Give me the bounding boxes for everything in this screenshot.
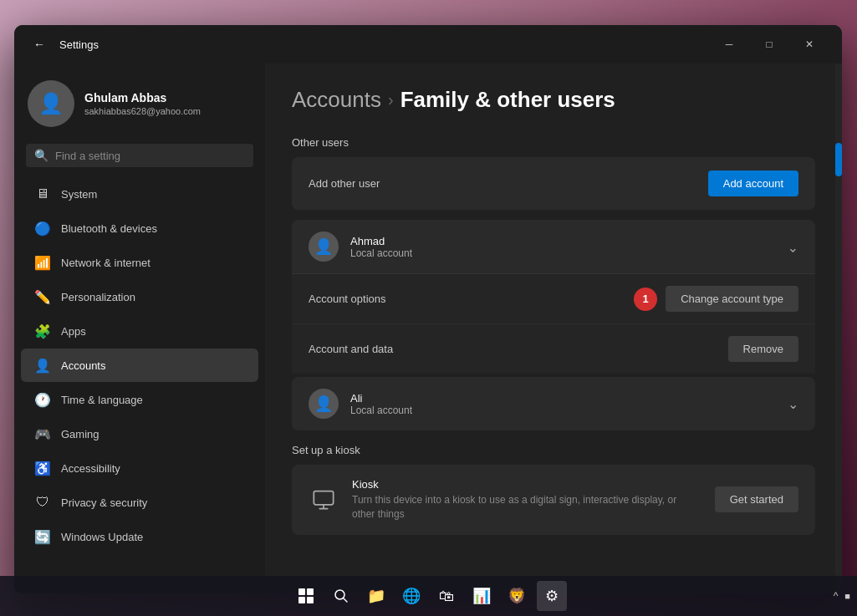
maximize-icon: □ bbox=[766, 38, 772, 50]
time-icon: 🕐 bbox=[34, 391, 51, 408]
windows-update-icon: 🔄 bbox=[34, 528, 51, 545]
user-avatar-icon-ahmad: 👤 bbox=[314, 237, 333, 256]
sidebar-item-label-bluetooth: Bluetooth & devices bbox=[61, 222, 157, 235]
system-icon: 🖥 bbox=[34, 186, 51, 202]
user-avatar-ali: 👤 bbox=[309, 389, 339, 419]
taskbar-media-button[interactable]: 📊 bbox=[467, 581, 497, 611]
user-name: Ghulam Abbas bbox=[84, 91, 201, 104]
sidebar-item-time[interactable]: 🕐 Time & language bbox=[21, 383, 258, 416]
user-entry-expanded-ahmad: Account options 1 Change account type Ac… bbox=[292, 273, 815, 374]
taskbar-right: ^ ■ bbox=[834, 590, 850, 602]
taskbar-settings-button[interactable]: ⚙ bbox=[537, 581, 567, 611]
back-button[interactable]: ← bbox=[28, 33, 51, 56]
sidebar-item-privacy[interactable]: 🛡 Privacy & security bbox=[21, 486, 258, 519]
kiosk-icon bbox=[309, 485, 339, 515]
apps-icon: 🧩 bbox=[34, 323, 51, 339]
taskbar-search-button[interactable] bbox=[326, 581, 356, 611]
user-entry-header-ali[interactable]: 👤 Ali Local account ⌄ bbox=[292, 377, 815, 430]
sidebar-item-system[interactable]: 🖥 System bbox=[21, 177, 258, 211]
breadcrumb-separator: › bbox=[388, 90, 394, 109]
kiosk-description: Turn this device into a kiosk to use as … bbox=[352, 493, 701, 522]
breadcrumb: Accounts › Family & other users bbox=[292, 87, 815, 113]
add-account-button[interactable]: Add account bbox=[708, 171, 798, 196]
sidebar-item-windows-update[interactable]: 🔄 Windows Update bbox=[21, 520, 258, 553]
sidebar-item-label-privacy: Privacy & security bbox=[61, 496, 147, 509]
sidebar-item-apps[interactable]: 🧩 Apps bbox=[21, 314, 258, 348]
taskbar-edge-button[interactable]: 🌐 bbox=[396, 581, 426, 611]
user-entry-ahmad: 👤 Ahmad Local account ⌃ Account options bbox=[292, 220, 815, 374]
window-title: Settings bbox=[59, 38, 99, 51]
kiosk-section-title: Set up a kiosk bbox=[292, 444, 815, 456]
breadcrumb-parent[interactable]: Accounts bbox=[292, 87, 381, 113]
get-started-button[interactable]: Get started bbox=[715, 486, 798, 512]
minimize-button[interactable]: ─ bbox=[710, 31, 748, 58]
user-entry-name-ahmad: Ahmad bbox=[350, 235, 776, 247]
user-entry-type-ahmad: Local account bbox=[350, 247, 776, 259]
chevron-down-icon-ali: ⌄ bbox=[788, 396, 798, 412]
back-icon: ← bbox=[33, 38, 45, 51]
nav-list: 🖥 System 🔵 Bluetooth & devices 📶 Network… bbox=[14, 177, 265, 553]
user-entry-header-ahmad[interactable]: 👤 Ahmad Local account ⌃ bbox=[292, 220, 815, 273]
privacy-icon: 🛡 bbox=[34, 494, 51, 511]
sidebar-item-label-system: System bbox=[61, 188, 97, 201]
taskbar-store-button[interactable]: 🛍 bbox=[431, 581, 462, 611]
sidebar-item-label-network: Network & internet bbox=[61, 257, 150, 269]
maximize-button[interactable]: □ bbox=[750, 31, 788, 58]
minimize-icon: ─ bbox=[726, 38, 733, 50]
bluetooth-icon: 🔵 bbox=[34, 220, 51, 237]
accounts-icon: 👤 bbox=[34, 357, 51, 374]
sidebar-item-label-personalization: Personalization bbox=[61, 291, 135, 303]
user-email: sakhiabbas628@yahoo.com bbox=[84, 106, 201, 116]
scrollbar-track bbox=[835, 64, 842, 593]
close-icon: ✕ bbox=[805, 38, 814, 50]
chevron-up-icon-ahmad: ⌃ bbox=[788, 239, 798, 255]
avatar: 👤 bbox=[28, 80, 74, 127]
svg-point-5 bbox=[335, 590, 344, 599]
taskbar-brave-button[interactable]: 🦁 bbox=[502, 581, 532, 611]
change-account-area: 1 Change account type bbox=[634, 286, 798, 312]
personalization-icon: ✏️ bbox=[34, 288, 51, 305]
gaming-icon: 🎮 bbox=[34, 425, 51, 442]
taskbar-chevron[interactable]: ^ bbox=[834, 590, 839, 602]
settings-window: ← Settings ─ □ ✕ 👤 Ghula bbox=[14, 25, 842, 593]
taskbar: 📁 🌐 🛍 📊 🦁 ⚙ ^ ■ bbox=[0, 576, 857, 616]
titlebar-controls: ─ □ ✕ bbox=[710, 31, 829, 58]
sidebar-item-gaming[interactable]: 🎮 Gaming bbox=[21, 417, 258, 451]
account-data-row: Account and data Remove bbox=[292, 324, 815, 374]
user-entry-info-ali: Ali Local account bbox=[350, 392, 776, 416]
svg-rect-1 bbox=[298, 588, 305, 595]
sidebar-item-network[interactable]: 📶 Network & internet bbox=[21, 246, 258, 279]
user-avatar-ahmad: 👤 bbox=[309, 232, 339, 262]
sidebar-item-label-apps: Apps bbox=[61, 325, 86, 338]
add-user-label: Add other user bbox=[309, 177, 380, 190]
sidebar-item-label-gaming: Gaming bbox=[61, 428, 99, 440]
content-area: 👤 Ghulam Abbas sakhiabbas628@yahoo.com 🔍… bbox=[14, 64, 842, 593]
avatar-icon: 👤 bbox=[38, 92, 64, 115]
sidebar-item-accessibility[interactable]: ♿ Accessibility bbox=[21, 451, 258, 485]
taskbar-center: 📁 🌐 🛍 📊 🦁 ⚙ bbox=[291, 581, 567, 611]
add-user-row: Add other user Add account bbox=[292, 157, 815, 210]
kiosk-info: Kiosk Turn this device into a kiosk to u… bbox=[352, 478, 701, 522]
account-options-row: Account options 1 Change account type bbox=[292, 274, 815, 324]
account-options-label: Account options bbox=[309, 293, 386, 305]
sidebar-item-label-accessibility: Accessibility bbox=[61, 462, 120, 475]
close-button[interactable]: ✕ bbox=[790, 31, 829, 58]
change-account-type-button[interactable]: Change account type bbox=[666, 286, 798, 312]
sidebar-item-label-windows-update: Windows Update bbox=[61, 531, 143, 543]
titlebar-left: ← Settings bbox=[28, 33, 99, 56]
sidebar-item-accounts[interactable]: 👤 Accounts bbox=[21, 349, 258, 382]
svg-rect-0 bbox=[314, 491, 333, 504]
taskbar-explorer-button[interactable]: 📁 bbox=[361, 581, 391, 611]
sidebar-item-personalization[interactable]: ✏️ Personalization bbox=[21, 280, 258, 313]
kiosk-name: Kiosk bbox=[352, 478, 701, 491]
accessibility-icon: ♿ bbox=[34, 460, 51, 476]
account-data-label: Account and data bbox=[309, 343, 393, 355]
sidebar-item-label-time: Time & language bbox=[61, 394, 143, 406]
search-box[interactable]: 🔍 bbox=[26, 144, 253, 167]
scrollbar-thumb[interactable] bbox=[835, 143, 842, 176]
user-entry-info-ahmad: Ahmad Local account bbox=[350, 235, 776, 259]
sidebar-item-bluetooth[interactable]: 🔵 Bluetooth & devices bbox=[21, 211, 258, 245]
remove-account-button[interactable]: Remove bbox=[728, 336, 798, 362]
taskbar-start-button[interactable] bbox=[291, 581, 321, 611]
search-input[interactable] bbox=[55, 150, 245, 162]
